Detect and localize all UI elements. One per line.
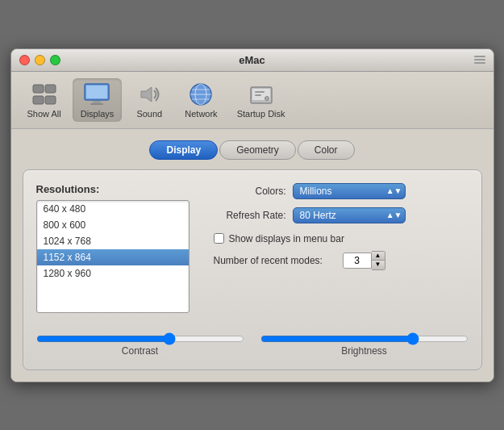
resolution-1152[interactable]: 1152 x 864 [37, 249, 189, 265]
displays-icon [84, 81, 110, 107]
title-bar: eMac [11, 49, 494, 72]
sound-icon [136, 81, 162, 107]
resolutions-section: Resolutions: 640 x 480 800 x 600 1024 x … [36, 183, 198, 313]
window-title: eMac [239, 54, 265, 66]
resolutions-list[interactable]: 640 x 480 800 x 600 1024 x 768 1152 x 86… [36, 200, 190, 313]
main-window: eMac Show All [10, 48, 494, 382]
show-in-menu-bar-label: Show displays in menu bar [229, 233, 344, 244]
resolution-1024[interactable]: 1024 x 768 [37, 233, 189, 249]
brightness-slider[interactable] [260, 332, 469, 345]
tab-bar: Display Geometry Color [23, 140, 482, 160]
resize-icon [474, 56, 485, 64]
refresh-rate-select[interactable]: 60 Hertz 75 Hertz 80 Hertz 85 Hertz [293, 207, 406, 223]
tab-color[interactable]: Color [298, 140, 355, 160]
display-panel: Resolutions: 640 x 480 800 x 600 1024 x … [23, 169, 482, 370]
svg-rect-2 [33, 96, 44, 104]
svg-rect-0 [33, 85, 44, 93]
maximize-button[interactable] [50, 55, 60, 65]
recent-modes-row: Number of recent modes: 3 ▲ ▼ [214, 251, 469, 270]
svg-rect-3 [45, 96, 56, 104]
refresh-rate-row: Refresh Rate: 60 Hertz 75 Hertz 80 Hertz… [214, 207, 469, 223]
network-label: Network [185, 109, 217, 119]
svg-marker-8 [141, 87, 152, 102]
colors-label: Colors: [214, 186, 286, 197]
toolbar-item-show-all[interactable]: Show All [19, 78, 69, 122]
svg-rect-5 [86, 86, 107, 98]
toolbar-item-sound[interactable]: Sound [125, 78, 173, 122]
startup-disk-label: Startup Disk [237, 109, 285, 119]
toolbar-item-network[interactable]: Network [177, 78, 225, 122]
toolbar-item-startup-disk[interactable]: Startup Disk [229, 78, 294, 122]
startup-disk-icon [248, 81, 274, 107]
resolutions-label: Resolutions: [36, 183, 198, 195]
contrast-label: Contrast [122, 345, 158, 357]
sound-label: Sound [136, 109, 162, 119]
controls-section: Colors: Thousands Millions ▲▼ Refresh Ra… [214, 183, 469, 313]
colors-select[interactable]: Thousands Millions [293, 183, 406, 199]
colors-select-wrapper: Thousands Millions ▲▼ [293, 183, 406, 199]
tab-display[interactable]: Display [149, 140, 218, 160]
svg-rect-6 [93, 101, 101, 103]
resolution-800[interactable]: 800 x 600 [37, 217, 189, 233]
resolution-640[interactable]: 640 x 480 [37, 201, 189, 217]
recent-modes-label: Number of recent modes: [214, 255, 343, 266]
sliders-section: Contrast Brightness [36, 326, 469, 357]
show-in-menu-bar-row: Show displays in menu bar [214, 233, 469, 244]
recent-modes-input[interactable]: 3 [343, 253, 372, 269]
stepper-down-button[interactable]: ▼ [372, 261, 385, 269]
colors-row: Colors: Thousands Millions ▲▼ [214, 183, 469, 199]
brightness-label: Brightness [341, 345, 387, 357]
displays-label: Displays [81, 109, 115, 119]
svg-rect-17 [255, 91, 264, 93]
content-area: Display Geometry Color Resolutions: 640 … [11, 129, 494, 382]
panel-inner: Resolutions: 640 x 480 800 x 600 1024 x … [36, 183, 469, 313]
refresh-rate-label: Refresh Rate: [214, 210, 286, 221]
contrast-slider[interactable] [36, 332, 244, 345]
svg-point-16 [264, 96, 269, 100]
svg-rect-18 [255, 94, 261, 96]
contrast-slider-group: Contrast [36, 332, 244, 357]
svg-rect-1 [45, 85, 56, 93]
svg-rect-7 [90, 103, 103, 105]
stepper-up-button[interactable]: ▲ [372, 252, 385, 261]
toolbar-item-displays[interactable]: Displays [73, 78, 123, 122]
tab-geometry[interactable]: Geometry [219, 140, 296, 160]
network-icon [188, 81, 214, 107]
show-in-menu-bar-checkbox[interactable] [214, 233, 224, 244]
refresh-select-wrapper: 60 Hertz 75 Hertz 80 Hertz 85 Hertz ▲▼ [293, 207, 406, 223]
recent-modes-stepper: ▲ ▼ [372, 251, 385, 270]
show-all-icon [31, 81, 57, 107]
window-controls [19, 55, 60, 65]
minimize-button[interactable] [35, 55, 45, 65]
resolution-1280[interactable]: 1280 x 960 [37, 265, 189, 282]
toolbar: Show All Displays [11, 72, 494, 129]
close-button[interactable] [19, 55, 30, 65]
brightness-slider-group: Brightness [260, 332, 469, 357]
show-all-label: Show All [27, 109, 61, 119]
